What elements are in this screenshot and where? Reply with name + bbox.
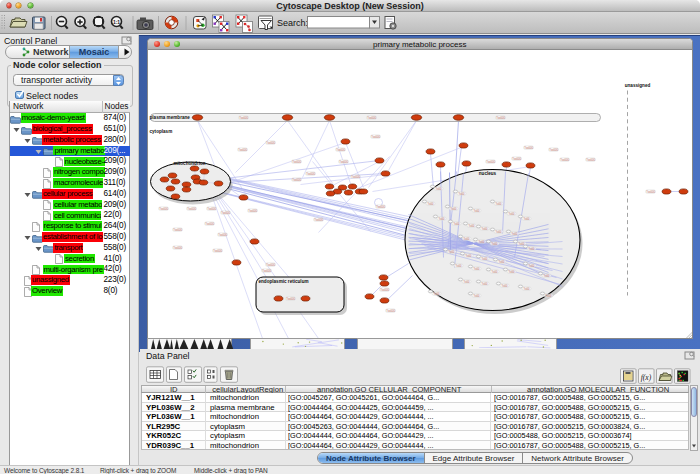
svg-text:Search:: Search: — [277, 18, 308, 28]
svg-text:1:1: 1:1 — [113, 19, 120, 25]
